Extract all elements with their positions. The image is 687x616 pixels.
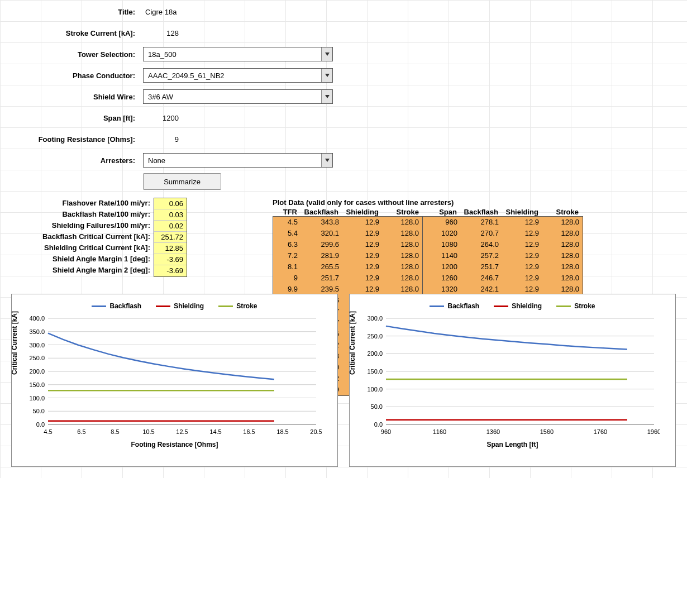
chart2-svg: 0.050.0100.0150.0200.0250.0300.096011601… [355,316,660,438]
results-values: 0.060.030.02251.7212.85-3.69-3.69 [154,198,187,277]
table-cell: 251.7 [461,261,502,273]
tower-select-value: 18a_500 [144,50,321,59]
svg-text:250.0: 250.0 [29,355,45,361]
legend-swatch-backflash [430,305,444,307]
chart2-ylabel: Critical Current [kA] [349,311,356,375]
svg-text:10.5: 10.5 [142,428,154,435]
table-cell: 12.9 [502,250,542,261]
svg-text:16.5: 16.5 [243,428,255,435]
svg-text:1760: 1760 [594,428,607,435]
stroke-current-label: Stroke Current [kA]: [0,29,140,37]
table-row: 4.5343.812.9128.0960278.112.9128.0 [273,217,583,228]
phase-label: Phase Conductor: [0,71,140,80]
legend-label-shielding: Shielding [174,302,204,310]
svg-text:0.0: 0.0 [36,421,45,428]
title-value[interactable]: Cigre 18a [140,8,251,16]
table-cell: 1260 [423,273,461,284]
table-cell: 251.7 [301,273,342,284]
svg-text:960: 960 [381,428,391,435]
tower-select[interactable]: 18a_500 [143,47,333,61]
result-label: Shield Angle Margin 1 [deg]: [0,254,154,265]
legend-swatch-backflash [92,305,106,307]
table-cell: 128.0 [542,284,583,295]
table-cell: 239.5 [301,284,342,295]
table-cell: 12.9 [342,261,383,273]
table-cell: 12.9 [502,261,542,273]
table-cell: 128.0 [383,273,423,284]
svg-text:400.0: 400.0 [29,316,45,322]
table-cell: 128.0 [542,239,583,250]
phase-select-value: AAAC_2049.5_61_NB2 [144,71,321,80]
svg-text:350.0: 350.0 [29,328,45,335]
table-cell: 960 [423,217,461,228]
chevron-down-icon[interactable] [321,90,332,103]
arresters-select-value: None [144,156,321,165]
table-cell: 257.2 [461,250,502,261]
table-cell: 12.9 [502,284,542,295]
table-cell: 5.4 [273,228,301,239]
result-value: -3.69 [154,254,187,265]
chart1-ylabel: Critical Current [kA] [11,311,18,375]
table-cell: 128.0 [542,273,583,284]
arresters-select[interactable]: None [143,153,333,168]
footing-value[interactable]: 9 [140,135,184,144]
span-value[interactable]: 1200 [140,114,184,122]
span-label: Span [ft]: [0,114,140,122]
legend-swatch-shielding [494,305,508,307]
table-cell: 246.7 [461,273,502,284]
table-cell: 9.9 [273,284,301,295]
result-label: Backflash Rate/100 mi/yr: [0,209,154,220]
table-cell: 265.5 [301,261,342,273]
table-cell: 281.9 [301,250,342,261]
footing-label: Footing Resistance [Ohms]: [0,135,140,144]
table-row: 6.3299.612.9128.01080264.012.9128.0 [273,239,583,250]
chevron-down-icon[interactable] [321,69,332,82]
stroke-current-value[interactable]: 128 [140,29,184,37]
svg-text:300.0: 300.0 [29,342,45,348]
table-cell: 12.9 [502,217,542,228]
table-header: Shielding [342,208,382,216]
table-cell: 128.0 [542,217,583,228]
table-cell: 12.9 [342,273,383,284]
chevron-down-icon[interactable] [321,47,332,61]
svg-text:1560: 1560 [540,428,554,435]
spreadsheet: Title: Cigre 18a Stroke Current [kA]: 12… [0,0,687,478]
table-cell: 1020 [423,228,461,239]
shield-select-value: 3#6 AW [144,93,321,101]
chart-footing: Backflash Shielding Stroke Critical Curr… [11,294,338,467]
table-cell: 12.9 [342,217,383,228]
legend-label-stroke: Stroke [236,302,257,310]
summarize-button[interactable]: Summarize [143,173,221,190]
table-cell: 1200 [423,261,461,273]
result-value: 0.03 [154,209,187,221]
chart-span: Backflash Shielding Stroke Critical Curr… [349,294,676,467]
table-header: Shielding [502,208,542,216]
table-header: TFR [273,208,300,216]
table-cell: 270.7 [461,228,502,239]
phase-select[interactable]: AAAC_2049.5_61_NB2 [143,68,333,83]
svg-text:1160: 1160 [433,428,446,435]
legend-swatch-stroke [556,305,571,307]
chart1-svg: 0.050.0100.0150.0200.0250.0300.0350.0400… [17,316,322,438]
table-cell: 12.9 [342,239,383,250]
plot-data-title: Plot Data (valid only for cases without … [273,198,583,208]
result-label: Shielding Critical Current [kA]: [0,242,154,254]
result-value: 251.72 [154,232,187,243]
table-cell: 7.2 [273,250,301,261]
table-row: 7.2281.912.9128.01140257.212.9128.0 [273,250,583,261]
table-cell: 1320 [423,284,461,295]
svg-marker-2 [325,95,330,98]
table-cell: 1140 [423,250,461,261]
chevron-down-icon[interactable] [321,154,332,167]
table-cell: 12.9 [342,284,383,295]
table-header: Backflash [460,208,502,216]
result-label: Backflash Critical Current [kA]: [0,231,154,242]
legend-label-shielding: Shielding [512,302,542,310]
svg-text:50.0: 50.0 [33,408,45,414]
result-label: Flashover Rate/100 mi/yr: [0,198,154,209]
table-cell: 12.9 [502,228,542,239]
shield-select[interactable]: 3#6 AW [143,89,333,104]
table-cell: 128.0 [383,284,423,295]
legend-swatch-stroke [218,305,233,307]
chart1-xlabel: Footing Resistance [Ohms] [17,441,332,448]
